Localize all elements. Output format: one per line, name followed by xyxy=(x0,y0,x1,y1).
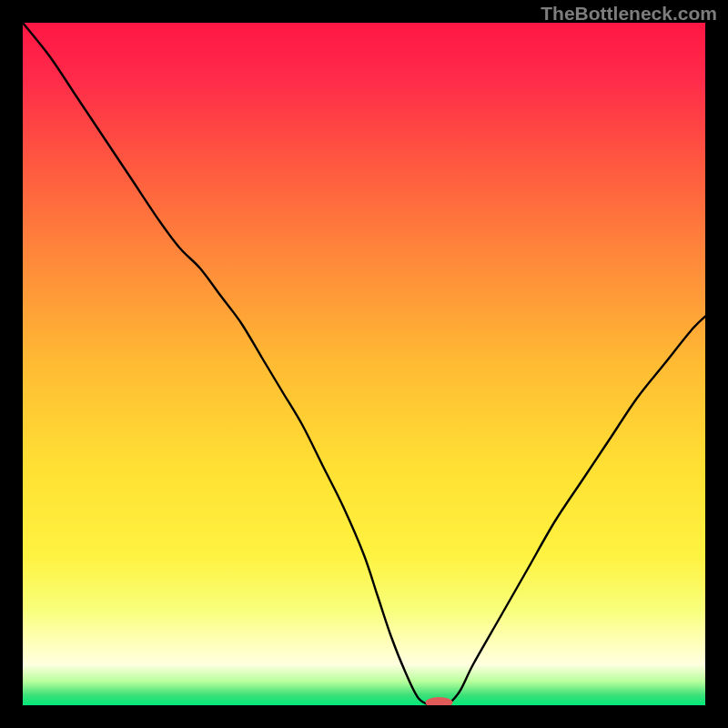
chart-container: TheBottleneck.com xyxy=(0,0,728,728)
bottleneck-chart xyxy=(23,23,705,705)
plot-area xyxy=(23,23,705,705)
chart-background xyxy=(23,23,705,705)
watermark-text: TheBottleneck.com xyxy=(541,3,717,25)
